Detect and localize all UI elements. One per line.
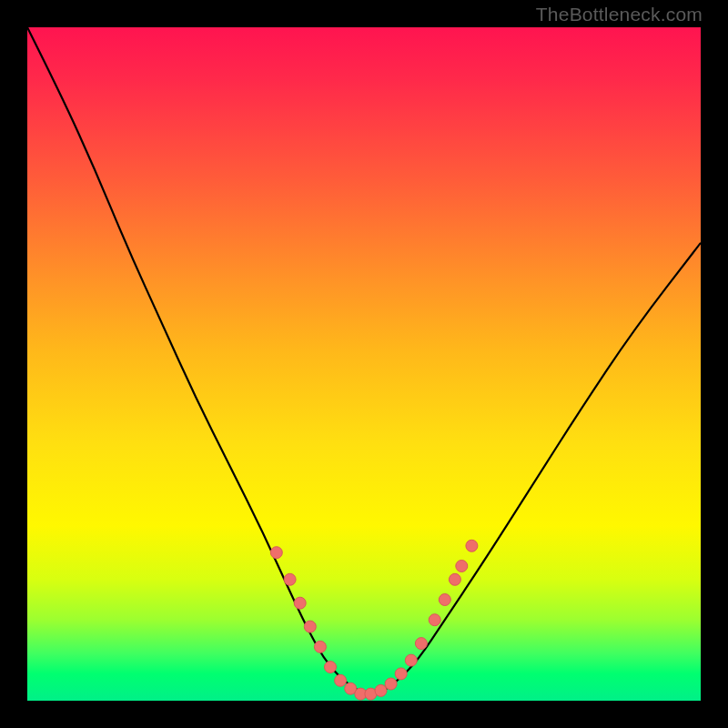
- marker-point: [456, 561, 468, 572]
- marker-point: [449, 573, 460, 585]
- marker-point: [405, 654, 417, 666]
- marker-point: [439, 594, 450, 606]
- marker-point: [415, 638, 427, 650]
- marker-point: [284, 573, 296, 585]
- marker-point: [294, 597, 306, 609]
- watermark-text: TheBottleneck.com: [536, 4, 703, 25]
- marker-point: [314, 641, 326, 652]
- marker-point: [429, 614, 440, 626]
- marker-point: [304, 621, 316, 632]
- marker-point: [395, 668, 407, 680]
- marker-point: [335, 674, 347, 686]
- marker-point: [325, 662, 337, 673]
- bottleneck-chart-svg: [27, 27, 701, 701]
- marker-point: [375, 684, 387, 696]
- marker-points: [270, 540, 478, 700]
- marker-point: [385, 678, 397, 690]
- chart-frame: TheBottleneck.com: [0, 0, 728, 728]
- bottleneck-curve: [27, 27, 701, 693]
- marker-point: [466, 540, 478, 551]
- plot-area: [27, 27, 701, 701]
- marker-point: [270, 547, 282, 559]
